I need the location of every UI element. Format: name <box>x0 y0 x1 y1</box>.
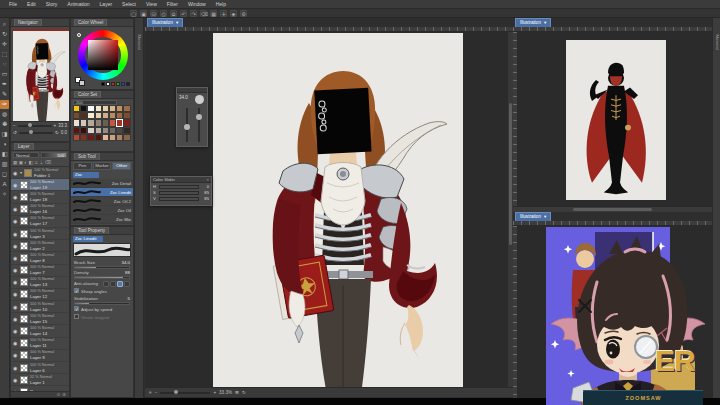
color-chip[interactable] <box>116 82 120 86</box>
color-swatch[interactable] <box>123 127 130 134</box>
color-swatch[interactable] <box>80 112 87 119</box>
eyedropper-tool-icon[interactable]: ✧ <box>0 190 9 199</box>
density-slider[interactable] <box>74 276 130 279</box>
color-swatch[interactable] <box>102 127 109 134</box>
color-swatch[interactable] <box>102 112 109 119</box>
rotate-right-icon[interactable]: ↻ <box>55 130 59 135</box>
status-zoom-slider[interactable] <box>160 392 210 394</box>
text-tool-icon[interactable]: A <box>0 180 9 189</box>
color-swatch[interactable] <box>73 127 80 134</box>
color-wheel-tab[interactable]: Color Wheel <box>71 19 133 27</box>
color-swatch[interactable] <box>123 105 130 112</box>
tab-menu-icon[interactable]: ▾ <box>176 19 178 27</box>
color-swatch[interactable] <box>109 134 116 141</box>
ref-top-tab[interactable]: Illustration▾ <box>515 18 551 27</box>
color-swatch[interactable] <box>102 134 109 141</box>
channel-slider[interactable] <box>159 197 199 201</box>
tab-menu-icon[interactable]: ▾ <box>544 19 546 27</box>
blend-tool-icon[interactable]: ◑ <box>0 140 9 149</box>
pen-tool-icon[interactable]: ✒ <box>0 80 9 89</box>
menu-item[interactable]: View <box>141 0 162 9</box>
color-swatch[interactable] <box>87 134 94 141</box>
color-swatch[interactable] <box>116 134 123 141</box>
Layer 14[interactable]: ◉ ▾ 100 % Normal Layer 14 <box>11 325 69 337</box>
color-swatch[interactable] <box>116 119 123 126</box>
layer-thumbnail[interactable] <box>20 364 28 372</box>
Layer 1[interactable]: ◉ ▾ 52 % Normal Layer 1 <box>11 374 69 386</box>
adjust-by-speed-checkbox[interactable]: ✓ <box>74 306 79 311</box>
main-canvas-page[interactable] <box>213 33 463 387</box>
sub-tool-tab[interactable]: Sub Tool <box>71 153 133 161</box>
menu-item[interactable]: File <box>4 0 22 9</box>
color-swatch[interactable] <box>95 127 102 134</box>
visibility-eye-icon[interactable]: ◉ <box>13 255 18 261</box>
sub-tool-category-tab[interactable]: Pen <box>73 162 92 170</box>
Zoc Linedit[interactable]: Zoc Linedit <box>71 188 133 197</box>
layer-thumbnail[interactable] <box>20 303 28 311</box>
visibility-eye-icon[interactable]: ◉ <box>13 340 18 346</box>
Folder 1[interactable]: ◉ ▾ 100 % Normal Folder 1 <box>11 167 69 179</box>
color-swatch[interactable] <box>87 119 94 126</box>
vector-magnet-checkbox[interactable] <box>74 314 79 319</box>
visibility-eye-icon[interactable]: ◉ <box>13 352 18 358</box>
Layer 11[interactable]: ◉ ▾ 100 % Normal Layer 11 <box>11 338 69 350</box>
zoom-out-icon[interactable]: − <box>13 123 16 128</box>
airbrush-tool-icon[interactable]: ◍ <box>0 110 9 119</box>
material-strip-right[interactable]: Material <box>712 18 720 405</box>
color-swatch[interactable] <box>109 127 116 134</box>
frame-tool-icon[interactable]: ▭ <box>0 70 9 79</box>
visibility-eye-icon[interactable]: ◉ <box>13 194 18 200</box>
folder-twist-icon[interactable]: ▾ <box>20 170 22 175</box>
eraser-tool-icon[interactable]: ◨ <box>0 130 9 139</box>
brush-tool-icon[interactable]: ✑ <box>0 100 9 109</box>
color-swatch[interactable] <box>73 112 80 119</box>
open-file-icon[interactable]: ▣ <box>140 10 147 17</box>
aa-weak-button[interactable] <box>110 281 116 287</box>
color-swatch[interactable] <box>95 119 102 126</box>
ref-top-canvas[interactable] <box>518 32 712 206</box>
rotate-tool-icon[interactable]: ↻ <box>0 30 9 39</box>
color-swatch[interactable] <box>116 105 123 112</box>
color-swatch[interactable] <box>123 112 130 119</box>
zoom-slider[interactable] <box>18 125 52 127</box>
status-menu-icon[interactable]: ≡ <box>149 390 152 395</box>
brush-size-slider[interactable] <box>74 266 130 269</box>
color-swatch[interactable] <box>87 105 94 112</box>
snap-icon[interactable]: ✛ <box>220 10 227 17</box>
mask-icon[interactable]: ◐ <box>25 160 28 165</box>
color-swatch[interactable] <box>109 105 116 112</box>
Layer 3[interactable]: ◉ ▾ 100 % Normal Layer 3 <box>11 228 69 240</box>
layer-thumbnail[interactable] <box>20 181 28 189</box>
menu-item[interactable]: Animation <box>62 0 94 9</box>
main-sub-color[interactable] <box>75 77 87 86</box>
layer-thumbnail[interactable] <box>20 193 28 201</box>
menu-item[interactable]: Edit <box>22 0 41 9</box>
settings-icon[interactable]: ⚙ <box>240 10 247 17</box>
layer-thumbnail[interactable] <box>20 339 28 347</box>
aa-middle-button[interactable] <box>117 281 123 287</box>
color-swatch[interactable] <box>109 119 116 126</box>
save-icon[interactable]: ⛁ <box>150 10 157 17</box>
menu-item[interactable]: Layer <box>95 0 118 9</box>
color-chip[interactable] <box>106 82 110 86</box>
new-file-icon[interactable]: ▢ <box>130 10 137 17</box>
Zoc Oil 2[interactable]: Zoc Oil 2 <box>71 197 133 206</box>
pencil-tool-icon[interactable]: ✎ <box>0 90 9 99</box>
layer-thumbnail[interactable] <box>20 290 28 298</box>
figure-tool-icon[interactable]: ◻ <box>0 170 9 179</box>
Layer 10[interactable]: ◉ ▾ 100 % Normal Layer 10 <box>11 301 69 313</box>
color-swatch[interactable] <box>80 105 87 112</box>
menu-item[interactable]: Filter <box>162 0 183 9</box>
color-swatch[interactable] <box>123 134 130 141</box>
color-swatch[interactable] <box>80 127 87 134</box>
tool-property-tab[interactable]: Tool Property <box>71 227 133 235</box>
visibility-eye-icon[interactable]: ◉ <box>13 267 18 273</box>
delete-layer-icon[interactable]: ⌫ <box>45 160 51 165</box>
layer-thumbnail[interactable] <box>20 205 28 213</box>
redo-icon[interactable]: ↷ <box>190 10 197 17</box>
color-chip[interactable] <box>101 82 105 86</box>
channel-value[interactable]: 0 <box>201 184 209 189</box>
layer-thumbnail[interactable] <box>20 327 28 335</box>
sub-tool-category-tab[interactable]: Other <box>112 162 131 170</box>
move-tool-icon[interactable]: ✛ <box>0 40 9 49</box>
